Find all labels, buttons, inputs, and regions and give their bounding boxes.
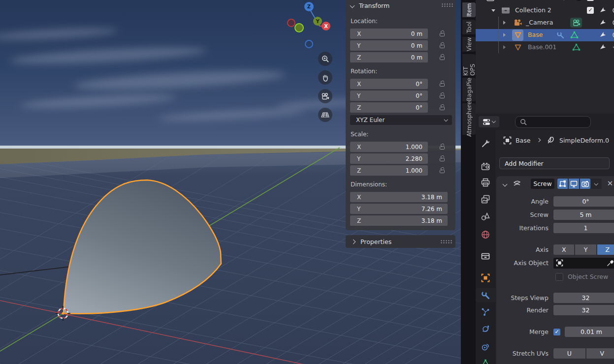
search-input[interactable] (515, 116, 591, 128)
eye-closed-icon[interactable] (611, 45, 614, 50)
pan-button[interactable] (318, 70, 332, 85)
selectability-arrow-icon[interactable] (600, 19, 607, 26)
location-x-field[interactable]: X0 m (350, 29, 428, 39)
world-properties-tab-icon[interactable] (481, 230, 490, 239)
tab-bagapie[interactable]: BagaPie (462, 78, 476, 101)
tool-properties-tab-icon[interactable] (481, 139, 490, 148)
editor-type-button[interactable] (479, 116, 499, 127)
angle-field[interactable]: 0° (553, 196, 614, 207)
merge-checkbox[interactable]: ✓ (553, 329, 560, 335)
navigation-gizmo[interactable]: Z Y X (283, 0, 342, 52)
gizmo-neg-z-axis[interactable] (305, 40, 313, 48)
realtime-display-toggle[interactable] (569, 179, 579, 189)
edit-mode-display-toggle[interactable] (557, 179, 568, 189)
scene-properties-tab-icon[interactable] (481, 212, 490, 221)
steps-viewport-field[interactable]: 32 (553, 293, 614, 303)
tab-tool[interactable]: Tool (462, 20, 476, 34)
output-properties-tab-icon[interactable] (481, 178, 490, 187)
checkbox-checked[interactable]: ✓ (587, 7, 594, 14)
disclosure-right-icon[interactable] (503, 21, 506, 25)
breadcrumb-modifier[interactable]: SimpleDeform.0 (559, 137, 609, 144)
data-properties-tab-icon[interactable] (481, 359, 490, 364)
dimensions-z-field[interactable]: Z3.18 m (350, 215, 448, 226)
eye-icon[interactable] (611, 7, 614, 13)
iterations-field[interactable]: 1 (553, 223, 614, 233)
breadcrumb-object[interactable]: Base (516, 137, 530, 144)
modifier-properties-tab-icon[interactable] (481, 291, 490, 300)
stretch-v-button[interactable]: V (586, 348, 614, 359)
gizmo-x-axis[interactable]: X (322, 22, 330, 30)
checkbox-checked[interactable]: ✓ (587, 0, 594, 1)
merge-distance-field[interactable]: 0.01 m (565, 327, 614, 337)
gizmo-z-axis[interactable]: Z (304, 2, 314, 11)
rotation-z-field[interactable]: Z0° (350, 102, 428, 113)
constraint-properties-tab-icon[interactable] (481, 342, 490, 351)
eye-icon[interactable] (611, 32, 614, 38)
gizmo-neg-x-axis[interactable] (287, 19, 295, 27)
panel-grip-icon[interactable] (441, 3, 453, 7)
disclosure-right-icon[interactable] (503, 45, 506, 49)
add-modifier-button[interactable]: Add Modifier (499, 157, 610, 169)
gizmo-y-axis[interactable]: Y (313, 17, 322, 26)
eyedropper-icon[interactable] (607, 259, 614, 267)
grid-ortho-button[interactable] (318, 108, 332, 122)
outliner-row-collection-2[interactable]: Collection 2 ✓ (476, 4, 614, 17)
render-properties-tab-icon[interactable] (481, 162, 490, 171)
selectability-arrow-icon[interactable] (600, 0, 607, 1)
outliner-row-camera[interactable]: _Camera (476, 17, 614, 29)
particle-properties-tab-icon[interactable] (481, 307, 490, 316)
location-y-field[interactable]: Y0 m (350, 40, 428, 51)
axis-x-button[interactable]: X (553, 244, 574, 255)
camera-view-button[interactable] (318, 89, 332, 103)
render-display-toggle[interactable] (580, 179, 590, 189)
tab-kit-ops[interactable]: KIT OPS (462, 54, 476, 76)
lock-icon[interactable] (439, 54, 445, 60)
collection-properties-tab-icon[interactable] (481, 251, 490, 260)
lock-icon[interactable] (439, 144, 445, 150)
lock-icon[interactable] (439, 167, 445, 173)
view-layer-properties-tab-icon[interactable] (481, 195, 490, 204)
axis-z-button[interactable]: Z (597, 244, 614, 255)
outliner-row-base[interactable]: Base (476, 29, 614, 41)
object-screw-checkbox[interactable] (555, 273, 563, 281)
selectability-arrow-icon[interactable] (600, 31, 607, 38)
lock-icon[interactable] (439, 104, 445, 110)
outliner-row-base-001[interactable]: Base.001 (476, 41, 614, 54)
rotation-y-field[interactable]: Y0° (350, 91, 428, 101)
axis-object-field[interactable] (553, 258, 614, 269)
lock-icon[interactable] (439, 155, 445, 161)
scale-x-field[interactable]: X1.000 (350, 142, 428, 152)
gizmo-neg-y-axis[interactable] (294, 23, 304, 32)
properties-collapsed-panel[interactable]: Properties (346, 235, 455, 248)
disclosure-down-icon[interactable] (491, 9, 495, 12)
selectability-arrow-icon[interactable] (600, 7, 607, 14)
remove-modifier-button[interactable]: ✕ (606, 178, 614, 189)
scale-z-field[interactable]: Z1.000 (350, 165, 428, 176)
stretch-u-button[interactable]: U (553, 348, 585, 359)
location-z-field[interactable]: Z0 m (350, 52, 428, 62)
screw-field[interactable]: 5 m (553, 210, 614, 220)
disclosure-right-icon[interactable] (503, 33, 506, 37)
physics-properties-tab-icon[interactable] (481, 325, 490, 334)
eye-icon[interactable] (611, 20, 614, 26)
outliner-row-collection-partial[interactable]: Collection 2 ✓ (476, 0, 614, 4)
rotation-x-field[interactable]: X0° (350, 79, 428, 89)
rotation-mode-dropdown[interactable]: XYZ Euler (350, 115, 452, 125)
lock-icon[interactable] (439, 42, 445, 48)
screw-modifier-header[interactable]: Screw ✕ (496, 176, 614, 192)
object-properties-tab-icon[interactable] (481, 273, 490, 282)
lock-icon[interactable] (439, 30, 445, 36)
transform-panel-header[interactable]: Transform (346, 0, 455, 11)
selectability-arrow-icon[interactable] (600, 44, 607, 51)
scale-y-field[interactable]: Y2.280 (350, 153, 428, 164)
lock-icon[interactable] (439, 92, 445, 98)
tab-item[interactable]: Item (462, 2, 476, 17)
modifier-extras-dropdown[interactable] (591, 179, 602, 189)
dimensions-x-field[interactable]: X3.18 m (350, 192, 448, 202)
render-steps-field[interactable]: 32 (553, 305, 614, 315)
tab-atmosphere[interactable]: Atmosphere (462, 103, 476, 135)
dimensions-y-field[interactable]: Y7.26 m (350, 204, 448, 214)
lock-icon[interactable] (439, 81, 445, 87)
modifier-name-field[interactable]: Screw (531, 179, 554, 189)
tab-view[interactable]: View (462, 37, 476, 52)
